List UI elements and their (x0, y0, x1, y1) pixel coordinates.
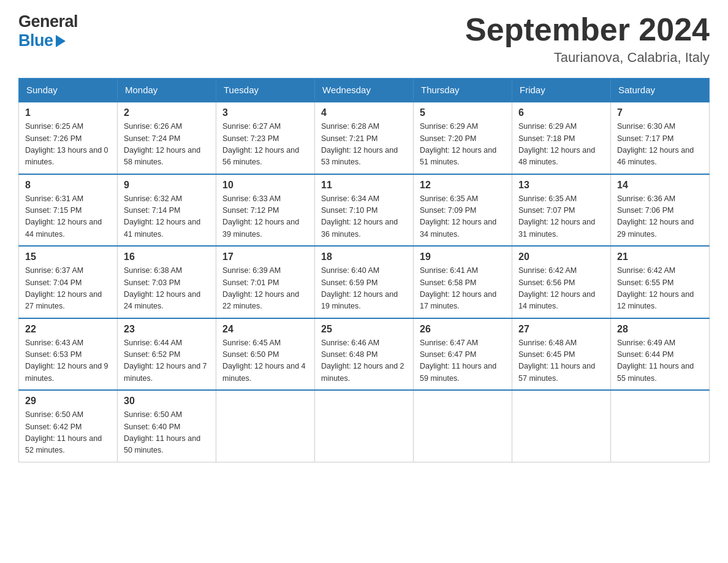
sunset-text: Sunset: 7:18 PM (518, 134, 575, 143)
day-number: 30 (124, 396, 210, 407)
sunset-text: Sunset: 7:03 PM (124, 278, 180, 287)
day-number: 22 (25, 324, 111, 335)
day-number: 28 (617, 324, 703, 335)
sunrise-text: Sunrise: 6:47 AM (420, 339, 478, 347)
table-row: 19Sunrise: 6:41 AMSunset: 6:58 PMDayligh… (414, 246, 512, 318)
daylight-text: Daylight: 12 hours and 7 minutes. (124, 362, 207, 382)
location-subtitle: Taurianova, Calabria, Italy (465, 50, 710, 66)
sunset-text: Sunset: 6:47 PM (420, 350, 476, 359)
table-row: 7Sunrise: 6:30 AMSunset: 7:17 PMDaylight… (611, 102, 710, 174)
sunrise-text: Sunrise: 6:36 AM (617, 194, 675, 203)
sunset-text: Sunset: 6:48 PM (321, 350, 377, 359)
daylight-text: Daylight: 12 hours and 2 minutes. (321, 362, 404, 382)
sunset-text: Sunset: 6:44 PM (617, 350, 673, 359)
table-row: 30Sunrise: 6:50 AMSunset: 6:40 PMDayligh… (118, 390, 216, 462)
month-title: September 2024 (465, 12, 710, 47)
sunset-text: Sunset: 7:21 PM (321, 134, 377, 143)
sunrise-text: Sunrise: 6:29 AM (420, 122, 478, 131)
sunset-text: Sunset: 7:20 PM (420, 134, 476, 143)
day-number: 5 (420, 107, 506, 118)
daylight-text: Daylight: 12 hours and 46 minutes. (617, 146, 694, 166)
table-row: 4Sunrise: 6:28 AMSunset: 7:21 PMDaylight… (315, 102, 414, 174)
sunrise-text: Sunrise: 6:50 AM (124, 410, 182, 419)
table-row: 24Sunrise: 6:45 AMSunset: 6:50 PMDayligh… (216, 318, 315, 391)
day-info: Sunrise: 6:25 AMSunset: 7:26 PMDaylight:… (25, 121, 111, 169)
sunset-text: Sunset: 7:26 PM (25, 134, 82, 143)
table-row (315, 390, 414, 462)
daylight-text: Daylight: 12 hours and 9 minutes. (25, 362, 108, 382)
logo-line2: Blue (18, 31, 66, 50)
daylight-text: Daylight: 12 hours and 56 minutes. (222, 146, 299, 166)
sunrise-text: Sunrise: 6:46 AM (321, 339, 379, 347)
day-number: 7 (617, 107, 703, 118)
sunrise-text: Sunrise: 6:28 AM (321, 122, 379, 131)
sunset-text: Sunset: 7:17 PM (617, 134, 673, 143)
daylight-text: Daylight: 11 hours and 50 minutes. (124, 434, 200, 454)
sunrise-text: Sunrise: 6:50 AM (25, 410, 83, 419)
day-info: Sunrise: 6:36 AMSunset: 7:06 PMDaylight:… (617, 193, 703, 241)
day-number: 4 (321, 107, 407, 118)
sunrise-text: Sunrise: 6:31 AM (25, 194, 83, 203)
col-sunday: Sunday (19, 79, 118, 102)
table-row: 2Sunrise: 6:26 AMSunset: 7:24 PMDaylight… (118, 102, 216, 174)
sunset-text: Sunset: 7:06 PM (617, 206, 673, 215)
day-number: 18 (321, 251, 407, 262)
sunset-text: Sunset: 7:14 PM (124, 206, 180, 215)
day-info: Sunrise: 6:30 AMSunset: 7:17 PMDaylight:… (617, 121, 703, 169)
day-info: Sunrise: 6:38 AMSunset: 7:03 PMDaylight:… (124, 265, 210, 313)
sunset-text: Sunset: 6:40 PM (124, 423, 180, 431)
day-number: 21 (617, 251, 703, 262)
sunrise-text: Sunrise: 6:43 AM (25, 339, 83, 347)
day-info: Sunrise: 6:45 AMSunset: 6:50 PMDaylight:… (222, 337, 308, 385)
sunrise-text: Sunrise: 6:30 AM (617, 122, 675, 131)
table-row (512, 390, 611, 462)
table-row: 10Sunrise: 6:33 AMSunset: 7:12 PMDayligh… (216, 174, 315, 247)
table-row: 11Sunrise: 6:34 AMSunset: 7:10 PMDayligh… (315, 174, 414, 247)
table-row: 12Sunrise: 6:35 AMSunset: 7:09 PMDayligh… (414, 174, 512, 247)
day-info: Sunrise: 6:27 AMSunset: 7:23 PMDaylight:… (222, 121, 308, 169)
calendar-week-row: 29Sunrise: 6:50 AMSunset: 6:42 PMDayligh… (19, 390, 710, 462)
table-row: 29Sunrise: 6:50 AMSunset: 6:42 PMDayligh… (19, 390, 118, 462)
table-row: 8Sunrise: 6:31 AMSunset: 7:15 PMDaylight… (19, 174, 118, 247)
sunset-text: Sunset: 6:56 PM (518, 278, 575, 287)
daylight-text: Daylight: 12 hours and 12 minutes. (617, 290, 694, 310)
day-info: Sunrise: 6:42 AMSunset: 6:56 PMDaylight:… (518, 265, 604, 313)
day-info: Sunrise: 6:37 AMSunset: 7:04 PMDaylight:… (25, 265, 111, 313)
day-info: Sunrise: 6:29 AMSunset: 7:20 PMDaylight:… (420, 121, 506, 169)
day-info: Sunrise: 6:50 AMSunset: 6:42 PMDaylight:… (25, 409, 111, 457)
daylight-text: Daylight: 12 hours and 24 minutes. (124, 290, 200, 310)
sunrise-text: Sunrise: 6:39 AM (222, 266, 281, 275)
table-row: 5Sunrise: 6:29 AMSunset: 7:20 PMDaylight… (414, 102, 512, 174)
table-row (216, 390, 315, 462)
title-area: September 2024 Taurianova, Calabria, Ita… (465, 12, 710, 66)
daylight-text: Daylight: 12 hours and 19 minutes. (321, 290, 398, 310)
day-number: 17 (222, 251, 308, 262)
daylight-text: Daylight: 11 hours and 55 minutes. (617, 362, 694, 382)
day-number: 13 (518, 180, 604, 191)
daylight-text: Daylight: 12 hours and 58 minutes. (124, 146, 200, 166)
sunset-text: Sunset: 7:10 PM (321, 206, 377, 215)
table-row (611, 390, 710, 462)
table-row: 16Sunrise: 6:38 AMSunset: 7:03 PMDayligh… (118, 246, 216, 318)
daylight-text: Daylight: 12 hours and 22 minutes. (222, 290, 299, 310)
day-number: 23 (124, 324, 210, 335)
sunset-text: Sunset: 6:58 PM (420, 278, 476, 287)
day-info: Sunrise: 6:41 AMSunset: 6:58 PMDaylight:… (420, 265, 506, 313)
sunrise-text: Sunrise: 6:44 AM (124, 339, 182, 347)
col-saturday: Saturday (611, 79, 710, 102)
sunset-text: Sunset: 6:42 PM (25, 423, 82, 431)
daylight-text: Daylight: 12 hours and 41 minutes. (124, 218, 200, 238)
logo-triangle-icon (56, 35, 66, 47)
day-number: 20 (518, 251, 604, 262)
daylight-text: Daylight: 11 hours and 57 minutes. (518, 362, 595, 382)
sunset-text: Sunset: 7:15 PM (25, 206, 82, 215)
daylight-text: Daylight: 12 hours and 29 minutes. (617, 218, 694, 238)
daylight-text: Daylight: 13 hours and 0 minutes. (25, 146, 108, 166)
day-info: Sunrise: 6:48 AMSunset: 6:45 PMDaylight:… (518, 337, 604, 385)
calendar-week-row: 15Sunrise: 6:37 AMSunset: 7:04 PMDayligh… (19, 246, 710, 318)
calendar-week-row: 8Sunrise: 6:31 AMSunset: 7:15 PMDaylight… (19, 174, 710, 247)
sunrise-text: Sunrise: 6:42 AM (518, 266, 577, 275)
table-row: 27Sunrise: 6:48 AMSunset: 6:45 PMDayligh… (512, 318, 611, 391)
table-row: 28Sunrise: 6:49 AMSunset: 6:44 PMDayligh… (611, 318, 710, 391)
sunrise-text: Sunrise: 6:35 AM (420, 194, 478, 203)
